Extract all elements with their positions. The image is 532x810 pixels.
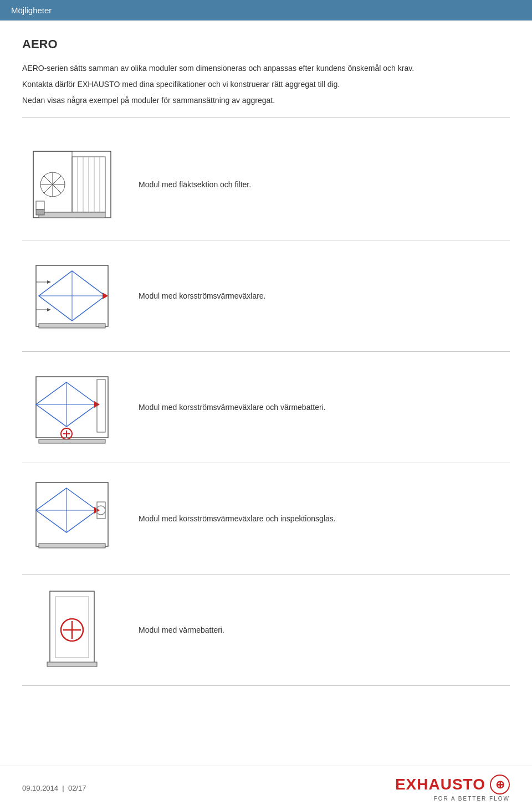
footer-tagline: FOR A BETTER FLOW [434, 796, 510, 802]
main-content: AERO AERO-serien sätts samman av olika m… [0, 20, 532, 703]
svg-marker-25 [47, 308, 51, 311]
footer-logo-container: EXHAUSTO ⊕ FOR A BETTER FLOW [395, 775, 510, 802]
logo-text: EXHAUSTO [395, 776, 485, 793]
footer-date-page: 09.10.2014 | 02/17 [22, 784, 86, 792]
module-label-4: Modul med korsströmsvärmeväxlare och ins… [139, 514, 336, 523]
footer: 09.10.2014 | 02/17 EXHAUSTO ⊕ FOR A BETT… [0, 766, 532, 810]
module-row-5: Modul med värmebatteri. [22, 575, 510, 686]
module-row-4: Modul med korsströmsvärmeväxlare och ins… [22, 463, 510, 575]
top-divider [22, 117, 510, 118]
page-title: AERO [22, 37, 510, 52]
module-label-5: Modul med värmebatteri. [139, 626, 224, 634]
module-row-3: Modul med korsströmsvärmeväxlare och vär… [22, 352, 510, 463]
module-image-3 [22, 363, 122, 452]
exhausto-logo: EXHAUSTO ⊕ [395, 775, 510, 794]
svg-marker-23 [47, 280, 51, 284]
footer-page: 02/17 [68, 784, 86, 792]
svg-rect-35 [39, 439, 105, 443]
header-title: Möjligheter [11, 6, 52, 15]
svg-marker-20 [103, 293, 108, 299]
module-image-5 [22, 586, 122, 674]
module-label-1: Modul med fläktsektion och filter. [139, 180, 251, 189]
svg-rect-14 [36, 201, 44, 209]
module-label-3: Modul med korsströmsvärmeväxlare och vär… [139, 403, 326, 412]
module-label-2: Modul med korsströmsvärmeväxlare. [139, 291, 266, 300]
logo-icon: ⊕ [490, 775, 510, 794]
svg-rect-21 [39, 324, 105, 328]
header-bar: Möjligheter [0, 0, 532, 20]
module-image-2 [22, 252, 122, 340]
svg-rect-31 [97, 380, 105, 432]
svg-rect-13 [39, 212, 105, 218]
module-image-4 [22, 474, 122, 563]
svg-rect-15 [36, 209, 44, 215]
intro-text-2: Kontakta därför EXHAUSTO med dina specif… [22, 79, 510, 90]
module-image-1 [22, 140, 122, 229]
footer-date: 09.10.2014 [22, 784, 58, 792]
intro-text-1: AERO-serien sätts samman av olika module… [22, 63, 510, 74]
intro-text-3: Nedan visas några exempel på moduler för… [22, 95, 510, 106]
module-row-2: Modul med korsströmsvärmeväxlare. [22, 240, 510, 352]
module-row-1: Modul med fläktsektion och filter. [22, 129, 510, 240]
svg-rect-43 [39, 544, 105, 548]
svg-rect-49 [47, 662, 97, 667]
